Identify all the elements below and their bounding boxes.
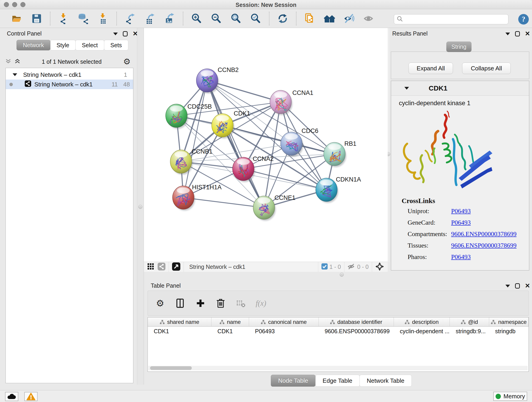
column-header-database-identifier[interactable]: database identifier bbox=[319, 317, 394, 327]
delete-table-icon[interactable] bbox=[236, 298, 246, 308]
presentation-mode-icon[interactable] bbox=[362, 12, 375, 25]
network-node-CDC25B[interactable] bbox=[166, 104, 188, 129]
delete-columns-icon[interactable] bbox=[215, 298, 226, 308]
crosslink-link[interactable]: P06493 bbox=[451, 207, 471, 215]
tab-sets[interactable]: Sets bbox=[104, 40, 128, 51]
collapse-all-icon[interactable] bbox=[6, 59, 11, 65]
show-starter-panel-icon[interactable] bbox=[323, 12, 336, 25]
table-row[interactable]: CDK1CDK1P064939606.ENSP00000378699cyclin… bbox=[148, 327, 529, 336]
cloud-button[interactable] bbox=[5, 392, 18, 401]
search-icon bbox=[397, 16, 403, 23]
expand-all-icon[interactable] bbox=[15, 59, 20, 65]
left-splitter[interactable] bbox=[137, 28, 144, 385]
panel-close-icon[interactable] bbox=[525, 283, 530, 289]
import-network-from-file-icon[interactable] bbox=[57, 12, 70, 25]
function-builder-icon[interactable]: f(x) bbox=[256, 298, 266, 308]
network-node-CDC6[interactable] bbox=[281, 132, 303, 157]
collapse-all-button[interactable]: Collapse All bbox=[462, 63, 511, 74]
import-network-from-database-icon[interactable] bbox=[77, 12, 90, 25]
column-header-canonical-name[interactable]: canonical name bbox=[249, 317, 319, 327]
warnings-button[interactable] bbox=[24, 392, 38, 401]
help-button[interactable]: ? bbox=[518, 14, 529, 25]
network-node-CDK1[interactable] bbox=[212, 114, 234, 138]
bottom-splitter-grip[interactable] bbox=[340, 273, 344, 277]
column-header-name[interactable]: name bbox=[211, 317, 249, 327]
entry-description: cyclin-dependent kinase 1 bbox=[399, 100, 470, 107]
tab-network[interactable]: Network bbox=[17, 40, 51, 51]
collection-expand-icon[interactable] bbox=[13, 73, 17, 76]
duplicate-network-icon[interactable] bbox=[303, 12, 316, 25]
save-session-icon[interactable] bbox=[30, 12, 43, 25]
panel-float-icon[interactable] bbox=[515, 31, 520, 36]
crosslink-link[interactable]: P06493 bbox=[451, 219, 471, 226]
search-box bbox=[394, 14, 508, 24]
column-header-shared-name[interactable]: shared name bbox=[148, 317, 211, 327]
zoom-selected-icon[interactable] bbox=[249, 12, 262, 25]
tab-select[interactable]: Select bbox=[75, 40, 104, 51]
column-header-@id[interactable]: @id bbox=[450, 317, 489, 327]
network-options-gear-icon[interactable]: ⚙ bbox=[123, 57, 131, 66]
right-splitter[interactable] bbox=[388, 28, 389, 262]
network-collection-row[interactable]: String Network – cdk1 1 bbox=[6, 70, 133, 80]
memory-status-dot-icon bbox=[496, 394, 501, 399]
memory-button[interactable]: Memory bbox=[493, 392, 527, 401]
export-image-icon[interactable] bbox=[163, 12, 176, 25]
expand-all-button[interactable]: Expand All bbox=[409, 63, 453, 74]
panel-close-icon[interactable] bbox=[525, 31, 530, 37]
panel-float-icon[interactable] bbox=[515, 283, 520, 288]
column-settings-icon[interactable]: ⚙ bbox=[155, 298, 165, 308]
crosslink-link[interactable]: P06493 bbox=[451, 253, 471, 261]
search-input[interactable] bbox=[403, 14, 508, 24]
network-node-RB1[interactable] bbox=[324, 142, 346, 167]
toolbar-separator bbox=[183, 12, 183, 26]
node-label-HIST1H1A: HIST1H1A bbox=[192, 184, 222, 191]
network-node-CCNB2[interactable] bbox=[196, 69, 219, 94]
node-label-CCNA2: CCNA2 bbox=[253, 155, 274, 162]
collection-label: String Network – cdk1 bbox=[23, 71, 81, 78]
network-node-CDKN1A[interactable] bbox=[316, 178, 338, 203]
left-splitter-grip[interactable] bbox=[138, 205, 142, 209]
network-node-CCNE1[interactable] bbox=[253, 196, 276, 221]
panel-menu-icon[interactable] bbox=[505, 285, 510, 287]
node-table: shared namenamecanonical namedatabase id… bbox=[147, 317, 529, 372]
crosslink-link[interactable]: 9606.ENSP00000378699 bbox=[451, 242, 516, 249]
zoom-out-icon[interactable] bbox=[210, 12, 223, 25]
entry-header[interactable]: CDK1 bbox=[391, 81, 529, 96]
results-entry-box: CDK1 cyclin-dependent kinase 1 C bbox=[391, 81, 529, 270]
export-network-icon[interactable] bbox=[124, 12, 137, 25]
network-status-dot-icon bbox=[9, 83, 13, 86]
string-logo-icon[interactable] bbox=[158, 263, 165, 271]
panel-menu-icon[interactable] bbox=[113, 32, 118, 35]
network-row[interactable]: String Network – cdk1 11 48 bbox=[6, 80, 133, 89]
tab-network-table[interactable]: Network Table bbox=[360, 375, 412, 387]
panel-float-icon[interactable] bbox=[123, 31, 128, 36]
hidden-eye-icon[interactable] bbox=[348, 263, 355, 271]
network-canvas[interactable]: CCNB2CCNA1CDC25BCDK1CDC6RB1CCNB1CCNA2CDK… bbox=[144, 28, 388, 262]
table-hscrollbar[interactable] bbox=[148, 366, 528, 370]
apply-preferred-layout-icon[interactable] bbox=[276, 12, 289, 25]
create-column-icon[interactable] bbox=[196, 298, 206, 308]
tab-edge-table[interactable]: Edge Table bbox=[315, 375, 360, 387]
export-table-icon[interactable] bbox=[143, 12, 156, 25]
fit-selected-target-icon[interactable] bbox=[375, 262, 384, 272]
column-header-namespace[interactable]: namespace bbox=[489, 317, 529, 327]
tab-string[interactable]: String bbox=[446, 41, 472, 52]
network-node-CCNA1[interactable] bbox=[270, 90, 292, 115]
entry-collapse-icon[interactable] bbox=[404, 87, 409, 89]
grid-mode-icon[interactable] bbox=[147, 263, 154, 271]
network-node-HIST1H1A[interactable] bbox=[172, 186, 195, 211]
selected-checkbox-icon[interactable] bbox=[322, 263, 328, 270]
hide-graphics-details-icon[interactable] bbox=[343, 12, 355, 25]
tab-style[interactable]: Style bbox=[50, 40, 76, 51]
zoom-fit-content-icon[interactable] bbox=[230, 12, 242, 25]
import-table-from-file-icon[interactable] bbox=[97, 12, 109, 25]
open-session-icon[interactable] bbox=[11, 12, 23, 25]
crosslink-link[interactable]: 9606.ENSP00000378699 bbox=[451, 230, 516, 238]
panel-menu-icon[interactable] bbox=[505, 32, 510, 35]
results-actions-box: Expand All Collapse All bbox=[391, 51, 529, 79]
column-header-description[interactable]: description bbox=[394, 317, 450, 327]
zoom-in-icon[interactable] bbox=[190, 12, 203, 25]
select-columns-icon[interactable] bbox=[175, 298, 185, 308]
tab-node-table[interactable]: Node Table bbox=[271, 375, 316, 387]
open-external-icon[interactable] bbox=[172, 262, 180, 272]
